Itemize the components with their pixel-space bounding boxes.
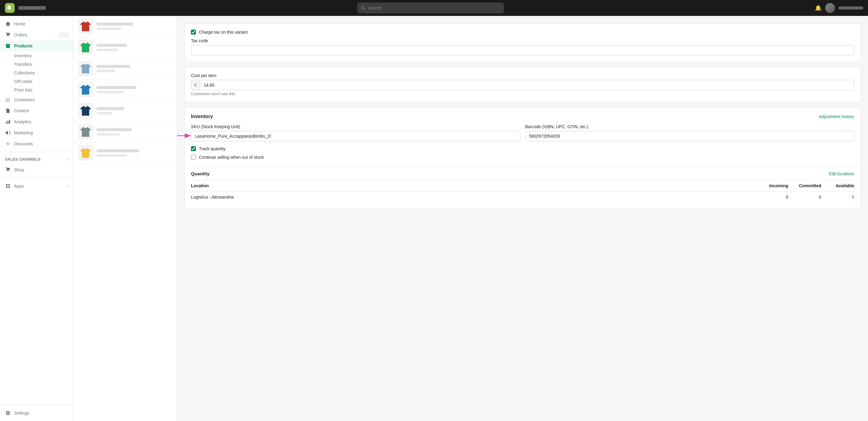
- sidebar-item-discounts-label: Discounts: [14, 141, 33, 146]
- search-input[interactable]: [368, 5, 500, 10]
- sku-input[interactable]: [191, 131, 520, 141]
- cost-per-item-label: Cost per item: [191, 73, 854, 78]
- col-incoming: Incoming: [758, 183, 788, 188]
- adjustment-history-link[interactable]: Adjustment history: [819, 114, 854, 119]
- variant-detail-blur: [97, 70, 115, 72]
- edit-locations-link[interactable]: Edit locations: [829, 171, 854, 176]
- barcode-field: Barcode (ISBN, UPC, GTIN, etc.): [525, 124, 855, 141]
- variant-item[interactable]: [73, 143, 177, 164]
- cost-per-item-input[interactable]: [200, 80, 854, 90]
- sidebar-item-content[interactable]: Content: [0, 105, 73, 116]
- shop-icon: [5, 167, 11, 173]
- sidebar-item-discounts[interactable]: Discounts: [0, 138, 73, 149]
- sidebar-item-analytics[interactable]: Analytics: [0, 116, 73, 127]
- variant-name-blur: [97, 149, 139, 152]
- variant-info: [97, 23, 172, 30]
- variant-item[interactable]: [73, 79, 177, 100]
- cost-card: Cost per item € Customers won't see this: [185, 67, 861, 103]
- sidebar-item-home[interactable]: Home: [0, 18, 73, 29]
- sidebar-item-inventory-label: Inventory: [14, 53, 32, 58]
- products-icon: [5, 43, 11, 49]
- variant-item[interactable]: [73, 16, 177, 37]
- main-content: Charge tax on this variant Tax code Cost…: [73, 16, 868, 421]
- sidebar-item-customers-label: Customers: [14, 97, 35, 102]
- variant-item[interactable]: [73, 37, 177, 58]
- topnav-right: 🔔: [815, 3, 863, 13]
- sidebar-item-shop-label: Shop: [14, 167, 24, 172]
- sidebar: Home Orders Products Inventory Transfers: [0, 16, 73, 421]
- variant-info: [97, 86, 172, 93]
- sales-channels-chevron: ›: [67, 157, 68, 162]
- shirt-icon: [80, 105, 91, 117]
- variant-item[interactable]: [73, 100, 177, 121]
- search-icon: [361, 5, 365, 10]
- search-bar[interactable]: [357, 2, 504, 13]
- variant-info: [97, 65, 172, 72]
- variant-name-blur: [97, 65, 130, 68]
- variant-name-blur: [97, 128, 132, 131]
- variant-thumbnail: [78, 104, 93, 118]
- sidebar-item-home-label: Home: [14, 21, 25, 26]
- sidebar-item-transfers-label: Transfers: [14, 62, 32, 67]
- cost-per-item-field: €: [191, 80, 854, 90]
- currency-prefix: €: [191, 80, 200, 90]
- sidebar-item-collections[interactable]: Collections: [14, 68, 73, 77]
- sidebar-sales-channels[interactable]: Sales channels ›: [0, 155, 73, 164]
- sku-label: SKU (Stock Keeping Unit): [191, 124, 520, 129]
- sidebar-item-settings-label: Settings: [14, 411, 30, 416]
- sidebar-item-price-lists[interactable]: Price lists: [14, 86, 73, 94]
- sidebar-item-gift-cards-label: Gift cards: [14, 79, 32, 84]
- committed-value: 0: [791, 195, 821, 199]
- sidebar-apps[interactable]: Apps ›: [0, 180, 73, 192]
- quantity-columns-header: Location Incoming Committed Available: [191, 180, 854, 191]
- home-icon: [5, 21, 11, 27]
- sidebar-item-transfers[interactable]: Transfers: [14, 60, 73, 68]
- sidebar-item-marketing-label: Marketing: [14, 130, 33, 135]
- variant-info: [97, 107, 172, 114]
- variant-item[interactable]: [73, 58, 177, 79]
- charge-tax-row: Charge tax on this variant: [191, 30, 854, 34]
- sidebar-item-gift-cards[interactable]: Gift cards: [14, 77, 73, 86]
- track-quantity-label: Track quantity: [199, 146, 225, 151]
- variant-thumbnail: [78, 40, 93, 55]
- available-value[interactable]: 5: [824, 195, 854, 199]
- sidebar-item-settings[interactable]: Settings: [0, 408, 73, 419]
- tax-code-input[interactable]: [191, 45, 854, 55]
- apps-chevron: ›: [67, 184, 68, 189]
- track-quantity-checkbox[interactable]: [191, 146, 196, 151]
- inventory-title: Inventory: [191, 114, 213, 119]
- variant-thumbnail: [78, 19, 93, 34]
- user-name: [839, 6, 863, 9]
- variant-thumbnail: [78, 61, 93, 76]
- variant-item[interactable]: [73, 121, 177, 143]
- sales-channels-label: Sales channels: [5, 157, 41, 162]
- inventory-section-header: Inventory Adjustment history: [191, 114, 854, 119]
- shirt-icon: [80, 126, 91, 138]
- cost-hint: Customers won't see this: [191, 91, 854, 96]
- col-committed: Committed: [791, 183, 821, 188]
- sidebar-item-marketing[interactable]: Marketing: [0, 127, 73, 138]
- top-navigation: 🔔: [0, 0, 868, 16]
- variant-info: [97, 149, 172, 157]
- charge-tax-label: Charge tax on this variant: [199, 30, 248, 34]
- continue-selling-label: Continue selling when out of stock: [199, 155, 264, 160]
- sidebar-item-inventory[interactable]: Inventory: [14, 51, 73, 60]
- incoming-value: 0: [758, 195, 788, 199]
- sidebar-item-products[interactable]: Products: [0, 40, 73, 51]
- continue-selling-checkbox[interactable]: [191, 155, 196, 160]
- sidebar-item-orders[interactable]: Orders: [0, 29, 73, 40]
- charge-tax-checkbox[interactable]: [191, 30, 196, 34]
- marketing-icon: [5, 130, 11, 136]
- sidebar-item-shop[interactable]: Shop: [0, 164, 73, 175]
- variant-detail-blur: [97, 154, 127, 157]
- customers-icon: [5, 97, 11, 103]
- sidebar-products-submenu: Inventory Transfers Collections Gift car…: [0, 51, 73, 94]
- barcode-input[interactable]: [525, 131, 855, 141]
- sidebar-item-customers[interactable]: Customers: [0, 94, 73, 105]
- location-name: Logistica - Alessandria: [191, 195, 755, 199]
- sidebar-item-products-label: Products: [14, 44, 33, 48]
- inventory-card: Inventory Adjustment history SKU (Stock …: [185, 107, 861, 209]
- orders-badge: [59, 33, 68, 37]
- quantity-header: Quantity Edit locations: [191, 171, 854, 176]
- notifications-icon[interactable]: 🔔: [815, 5, 822, 11]
